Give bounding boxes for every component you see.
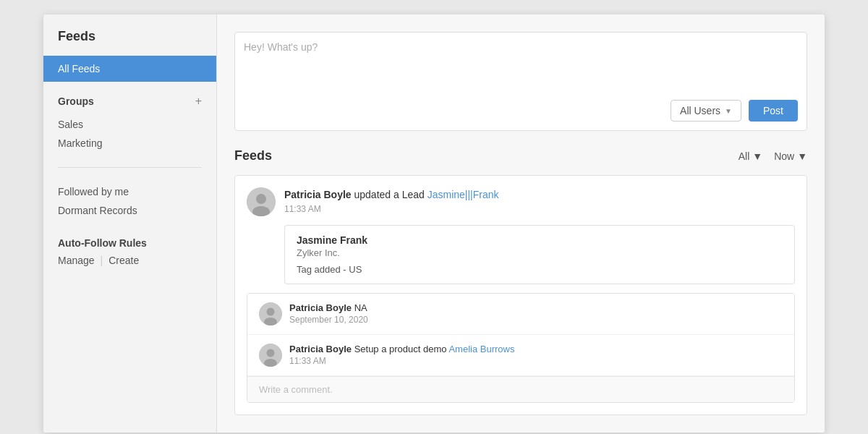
sidebar-item-sales[interactable]: Sales [58,115,202,134]
comment-avatar-2 [259,344,282,367]
filter-all-arrow: ▼ [752,150,762,162]
sidebar-item-marketing[interactable]: Marketing [58,134,202,153]
comment-content-1: Patricia Boyle NA September 10, 2020 [289,302,783,325]
app-container: Feeds All Feeds Groups + Sales Marketing… [43,14,825,433]
sidebar-manage-create: Manage | Create [58,255,202,266]
feed-item-time: 11:33 AM [284,204,795,214]
feeds-section-title: Feeds [234,148,272,163]
comment-row-2: Patricia Boyle Setup a product demo Amel… [247,335,794,376]
feeds-header: Feeds All ▼ Now ▼ [234,148,807,163]
feeds-filter-now[interactable]: Now ▼ [774,150,807,162]
dropdown-arrow-icon: ▼ [725,107,732,115]
post-textarea[interactable] [244,41,798,92]
all-users-dropdown[interactable]: All Users ▼ [671,100,741,122]
main-content: All Users ▼ Post Feeds All ▼ Now ▼ [217,14,825,433]
comment-author-1: Patricia Boyle [289,302,352,313]
feed-item-header: Patricia Boyle updated a Lead Jasmine|||… [247,187,795,216]
feed-detail-name: Jasmine Frank [297,234,783,246]
feed-detail-card: Jasmine Frank Zylker Inc. Tag added - US [284,225,795,284]
feed-item-text: Patricia Boyle updated a Lead Jasmine|||… [284,187,795,214]
sidebar-title: Feeds [43,29,216,56]
comment-time-2: 11:33 AM [289,356,783,366]
feed-lead-link[interactable]: Jasmine|||Frank [427,189,499,200]
sidebar-auto-follow-section: Auto-Follow Rules Manage | Create [43,226,216,272]
post-button[interactable]: Post [749,100,798,122]
filter-now-arrow: ▼ [797,150,807,162]
feed-detail-company: Zylker Inc. [297,247,783,258]
filter-all-label: All [739,150,750,162]
comment-text-1: Patricia Boyle NA [289,302,783,313]
comment-row-1: Patricia Boyle NA September 10, 2020 [247,294,794,335]
comment-author-2: Patricia Boyle [289,344,352,354]
sidebar-item-all-feeds[interactable]: All Feeds [43,56,216,82]
sidebar-item-followed-by-me[interactable]: Followed by me [58,182,202,201]
comment-text-2: Patricia Boyle Setup a product demo Amel… [289,344,783,354]
sidebar-divider [58,167,202,168]
sidebar-links-section: Followed by me Dormant Records [43,176,216,226]
sidebar-create-link[interactable]: Create [109,255,139,266]
feed-detail-tag: Tag added - US [297,264,783,275]
sidebar: Feeds All Feeds Groups + Sales Marketing… [43,14,217,433]
plus-icon[interactable]: + [195,95,202,108]
feeds-filter-all[interactable]: All ▼ [739,150,762,162]
post-actions: All Users ▼ Post [244,100,798,122]
sidebar-pipe: | [101,255,103,266]
comments-section: Patricia Boyle NA September 10, 2020 [247,293,795,403]
avatar [247,187,276,216]
comment-body-2: Setup a product demo [354,344,449,354]
comment-write-input[interactable] [259,384,783,395]
svg-point-1 [256,194,266,204]
comment-avatar-1 [259,302,282,326]
sidebar-manage-link[interactable]: Manage [58,255,95,266]
feed-author: Patricia Boyle [284,189,352,200]
feeds-filters: All ▼ Now ▼ [739,150,807,162]
feed-item: Patricia Boyle updated a Lead Jasmine|||… [234,175,807,415]
feed-item-description: Patricia Boyle updated a Lead Jasmine|||… [284,187,795,203]
sidebar-auto-follow-title: Auto-Follow Rules [58,237,202,249]
comment-link-2[interactable]: Amelia Burrows [448,344,514,354]
comment-time-1: September 10, 2020 [289,315,783,325]
sidebar-item-dormant-records[interactable]: Dormant Records [58,201,202,220]
comment-content-2: Patricia Boyle Setup a product demo Amel… [289,344,783,366]
feed-action: updated a Lead [354,189,427,200]
comment-body-1: NA [354,302,367,313]
filter-now-label: Now [774,150,794,162]
sidebar-groups-header: Groups + [58,95,202,108]
sidebar-groups-title: Groups [58,95,94,107]
svg-point-7 [267,349,275,357]
sidebar-groups-section: Groups + Sales Marketing [43,82,216,158]
post-box: All Users ▼ Post [234,32,807,131]
all-users-label: All Users [680,105,720,116]
comment-write-row [247,376,794,402]
svg-point-4 [267,308,275,316]
